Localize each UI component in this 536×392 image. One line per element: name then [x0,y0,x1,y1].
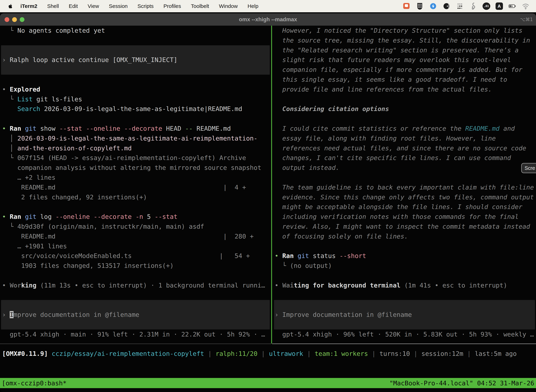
terminal-line [275,241,536,251]
terminal-line [2,290,271,300]
terminal-line: of focusing solely on file lines. [275,232,536,241]
battery-icon[interactable] [508,2,516,10]
desktop: iTerm2ShellEditViewSessionScriptsProfile… [0,0,536,392]
terminal-line [2,75,271,84]
tmux-pane-right[interactable]: However, I noticed the "Directory Struct… [273,26,536,344]
menu-item[interactable]: Edit [69,3,78,9]
menu-item[interactable]: Window [219,3,238,9]
menu-item[interactable]: Help [248,3,258,9]
terminal-line: The team guideline is to back every impo… [275,182,536,192]
menu-items: iTerm2ShellEditViewSessionScriptsProfile… [20,3,258,9]
dots-grid-icon[interactable] [456,2,464,10]
terminal-line [2,45,271,55]
terminal-line [2,36,271,45]
terminal-line: Search 2026-03-09-is-legal-the-same-as-l… [2,104,271,114]
window-shortcut-hint: ⌥⌘1 [520,17,533,22]
terminal-line [275,173,536,182]
terminal-line: › Ralph loop active continue [OMX_TMUX_I… [2,55,271,65]
terminal-line: › Improve documentation in @filename [2,310,271,320]
terminal-line: … +1901 lines [2,241,271,251]
menu-item[interactable]: Profiles [163,3,181,9]
terminal-line: references need actual files, and since … [275,143,536,153]
terminal-line: └ List git ls-files [2,94,271,104]
terminal-line: • Ran git status --short [275,251,536,261]
keypad-shield-icon[interactable] [416,2,424,10]
terminal-line: this single essay, it seems like a good … [275,75,536,84]
terminal-line: I could cite commit statistics or refere… [275,124,536,134]
terminal-line: including verification notes with those … [275,212,536,222]
terminal-line: … +2 lines [2,173,271,182]
terminal-line [275,94,536,104]
terminal-line [2,320,271,330]
hook-squiggle-icon[interactable] [469,2,477,10]
terminal-line: gpt-5.4 xhigh · 96% left · 520K in · 5.8… [275,330,536,339]
menu-item[interactable]: View [88,3,99,9]
window-title: omx --xhigh --madmax [0,16,536,23]
menu-item[interactable]: Shell [47,3,59,9]
terminal-line: essay file, along with finding root file… [275,134,536,143]
terminal-line: provide file and line references from th… [275,84,536,94]
menu-item[interactable]: Session [109,3,128,9]
terminal-line [2,114,271,124]
screen-time-icon[interactable] [442,2,450,10]
terminal-line: 1903 files changed, 513517 insertions(+) [2,261,271,271]
terminal-line [275,271,536,280]
terminal-line: Considering citation options [275,104,536,114]
terminal-line: │ and-the-erosion-of-copyleft.md [2,143,271,153]
left-pane-output: └ No agents completed yet› Ralph loop ac… [0,26,271,339]
terminal-line [275,290,536,300]
terminal-line: • Ran git log --oneline --decorate -n 5 … [2,212,271,222]
terminal-line: • Working (11m 13s • esc to interrupt) ·… [2,280,271,290]
terminal-line: └ No agents completed yet [2,26,271,36]
terminal-line [2,300,271,310]
tmux-pane-left[interactable]: └ No agents completed yet› Ralph loop ac… [0,26,271,344]
terminal-line: output instead. [275,163,536,173]
menu-item[interactable]: Toolbelt [191,3,209,9]
terminal-line: companion file, especially if more comme… [275,65,536,75]
percent-badge-icon[interactable]: ..61 [483,2,490,10]
tmux-status-bar: [omx-cczip0:bash* "MacBook-Pro-44.local"… [0,378,536,388]
menu-bar-status-icons: ..61 A [402,2,536,10]
terminal-line: the "Related research writing" section i… [275,45,536,55]
terminal-line: └ (no output) [275,261,536,271]
terminal-line: slight risk that future readers may over… [275,55,536,65]
terminal-line: [OMX#0.11.9] cczip/essay/ai-reimplementa… [2,349,517,359]
window-title-bar: omx --xhigh --madmax ⌥⌘1 [0,13,536,26]
terminal-line [2,202,271,212]
terminal-line: • Ran git show --stat --oneline --decora… [2,124,271,134]
terminal-line: › Improve documentation in @filename [275,310,536,320]
apple-menu-icon[interactable] [7,3,14,9]
terminal-line [275,320,536,330]
horizontal-divider-right [272,344,536,344]
tmux-pane-divider[interactable] [271,26,272,344]
terminal-line: companion analysis without altering the … [2,163,271,173]
terminal-line: changes, I can't cite specific file line… [275,153,536,163]
wifi-icon[interactable] [522,2,530,10]
tmux-session-label: [omx-cczip0:bash* [2,379,67,387]
terminal-line: • Waiting for background terminal (1m 41… [275,280,536,290]
terminal-window: └ No agents completed yet› Ralph loop ac… [0,26,536,392]
terminal-line [275,114,536,124]
terminal-line: gpt-5.4 xhigh · main · 91% left · 2.31M … [2,330,271,339]
terminal-line: README.md | 4 + [2,182,271,192]
input-source-icon[interactable]: A [496,2,503,10]
screen-share-pill[interactable]: Scre [521,163,536,173]
terminal-line [2,271,271,280]
sync-badge-icon[interactable] [429,2,437,10]
terminal-line: • Explored [2,84,271,94]
chat-app-icon[interactable] [402,2,411,10]
terminal-line: README.md | 280 + [2,232,271,241]
terminal-line: 2 files changed, 92 insertions(+) [2,192,271,202]
menu-item[interactable]: iTerm2 [20,3,37,9]
terminal-line: the source tree, missing the essay. Stil… [275,36,536,45]
tmux-host-clock: "MacBook-Pro-44.local" 04:52 31-Mar-26 [389,379,534,387]
horizontal-divider-left [0,344,271,344]
terminal-line: might be acceptable alongside the file l… [275,202,536,212]
terminal-line: src/voice/voiceModeEnabled.ts | 54 + [2,251,271,261]
terminal-line [2,65,271,75]
menu-bar: iTerm2ShellEditViewSessionScriptsProfile… [0,0,536,12]
terminal-line: review. Also, I might want to inspect th… [275,222,536,232]
omx-status-line: [OMX#0.11.9] cczip/essay/ai-reimplementa… [2,349,517,359]
terminal-line: evidence. Since this change only affects… [275,192,536,202]
menu-item[interactable]: Scripts [138,3,154,9]
